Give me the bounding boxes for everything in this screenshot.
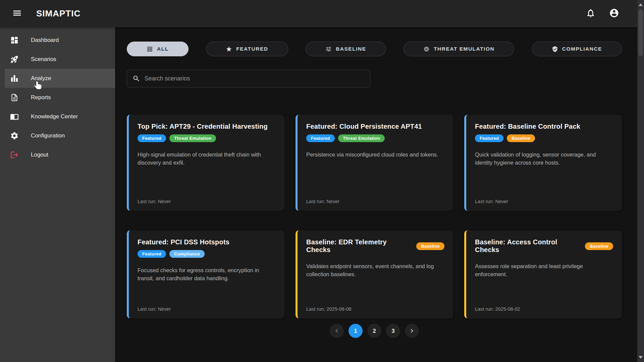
scrollbar-thumb[interactable] — [638, 9, 643, 56]
scenario-card[interactable]: Featured: Baseline Control PackFeaturedB… — [464, 115, 622, 211]
sidebar-item-reports[interactable]: Reports — [0, 88, 115, 107]
badge-row: FeaturedBaseline — [475, 134, 613, 142]
sidebar-item-knowledge-center[interactable]: Knowledge Center — [0, 107, 115, 126]
open-book-icon — [10, 112, 19, 121]
badge-threat-emulation: Threat Emulation — [169, 134, 216, 142]
app-title: SIMAPTIC — [36, 8, 80, 19]
card-title: Top Pick: APT29 - Credential Harvesting — [138, 123, 276, 130]
target-icon — [423, 46, 430, 52]
card-title: Baseline: Access Control Checks — [475, 238, 581, 254]
scenario-card[interactable]: Top Pick: APT29 - Credential HarvestingF… — [127, 115, 284, 211]
sidebar-item-label: Analyze — [31, 75, 51, 82]
card-last-run: Last run: Never — [138, 306, 171, 312]
dashboard-icon — [10, 36, 19, 45]
sidebar-item-configuration[interactable]: Configuration — [0, 126, 115, 145]
chevron-left-icon — [333, 327, 340, 335]
bell-icon — [586, 8, 596, 19]
filter-chip-label: FEATURED — [236, 46, 268, 52]
scrollbar[interactable] — [637, 0, 644, 362]
card-last-run: Last run: 2025-08-02 — [475, 306, 520, 312]
card-title-row: Baseline: EDR Telemetry ChecksBaseline — [306, 238, 444, 254]
badge-row: FeaturedThreat Emulation — [306, 134, 444, 142]
pagination-prev-button[interactable] — [330, 324, 344, 338]
sidebar-item-dashboard[interactable]: Dashboard — [0, 31, 115, 50]
scenario-card[interactable]: Featured: Cloud Persistence APT41Feature… — [296, 115, 453, 211]
sidebar-nav: DashboardScenariosAnalyzeReportsKnowledg… — [0, 27, 115, 362]
filter-chip-label: COMPLIANCE — [562, 46, 602, 52]
hamburger-menu-button[interactable] — [9, 6, 25, 21]
pagination: 123 — [127, 324, 622, 338]
sidebar-item-label: Logout — [31, 152, 48, 158]
notifications-button[interactable] — [585, 8, 596, 19]
card-description: Persistence via misconfigured cloud role… — [306, 151, 444, 159]
document-icon — [10, 93, 19, 102]
bar-chart-icon — [10, 74, 19, 83]
card-description: Validates endpoint sensors, event channe… — [306, 262, 444, 279]
account-circle-icon — [609, 8, 619, 19]
search-bar[interactable] — [127, 70, 370, 87]
badge-row: FeaturedThreat Emulation — [138, 134, 276, 142]
pagination-next-button[interactable] — [405, 324, 419, 338]
rocket-icon — [10, 55, 19, 64]
card-last-run: Last run: Never — [475, 199, 508, 204]
filter-chip-baseline[interactable]: BASELINE — [306, 42, 386, 56]
filter-chip-row: ALLFEATUREDBASELINETHREAT EMULATIONCOMPL… — [127, 42, 622, 56]
badge-featured: Featured — [306, 134, 335, 142]
card-title-row: Baseline: Access Control ChecksBaseline — [475, 238, 613, 254]
sidebar-item-label: Dashboard — [31, 37, 59, 44]
badge-featured: Featured — [138, 250, 166, 258]
filter-chip-compliance[interactable]: COMPLIANCE — [532, 42, 622, 56]
chevron-right-icon — [408, 327, 416, 335]
sidebar-item-label: Scenarios — [31, 56, 56, 63]
scenario-card[interactable]: Baseline: EDR Telemetry ChecksBaselineVa… — [296, 230, 453, 318]
filter-chip-label: THREAT EMULATION — [434, 46, 494, 52]
badge-baseline: Baseline — [585, 242, 613, 250]
badge-baseline: Baseline — [507, 134, 535, 142]
search-icon — [132, 75, 140, 82]
sidebar-item-label: Knowledge Center — [31, 113, 78, 120]
badge-compliance: Compliance — [169, 250, 205, 258]
card-title: Featured: PCI DSS Hotspots — [138, 238, 276, 246]
scroll-up-arrow[interactable] — [637, 1, 644, 8]
filter-chip-label: BASELINE — [336, 46, 366, 52]
scenario-card[interactable]: Baseline: Access Control ChecksBaselineA… — [464, 230, 622, 318]
card-last-run: Last run: Never — [306, 199, 339, 204]
filter-chip-all[interactable]: ALL — [127, 42, 189, 56]
badge-baseline: Baseline — [416, 242, 444, 250]
sidebar-item-logout[interactable]: Logout — [0, 145, 115, 164]
sidebar-item-label: Configuration — [31, 132, 65, 139]
main-content: ALLFEATUREDBASELINETHREAT EMULATIONCOMPL… — [115, 27, 637, 362]
sidebar-item-label: Reports — [31, 94, 51, 101]
scenario-card[interactable]: Featured: PCI DSS HotspotsFeaturedCompli… — [127, 230, 284, 318]
grid-icon — [147, 46, 153, 52]
scenario-card-grid: Top Pick: APT29 - Credential HarvestingF… — [127, 115, 622, 318]
pagination-page-1[interactable]: 1 — [348, 324, 363, 338]
sidebar-item-analyze[interactable]: Analyze — [5, 69, 115, 88]
app-bar: SIMAPTIC — [0, 0, 637, 27]
account-button[interactable] — [608, 8, 620, 19]
badge-featured: Featured — [475, 134, 503, 142]
tune-icon — [325, 46, 332, 52]
badge-threat-emulation: Threat Emulation — [338, 134, 385, 142]
card-last-run: Last run: 2025-08-08 — [306, 306, 352, 312]
card-title: Featured: Baseline Control Pack — [475, 123, 613, 130]
card-description: Focused checks for egress controls, encr… — [138, 266, 276, 283]
card-last-run: Last run: Never — [138, 199, 171, 204]
star-icon — [226, 46, 232, 52]
topbar-actions — [585, 8, 637, 19]
filter-chip-threat-emulation[interactable]: THREAT EMULATION — [404, 42, 514, 56]
pagination-page-3[interactable]: 3 — [386, 324, 400, 338]
gear-icon — [10, 131, 19, 140]
filter-chip-featured[interactable]: FEATURED — [206, 42, 288, 56]
card-description: Quick validation of logging, sensor cove… — [475, 151, 613, 167]
logout-icon — [10, 150, 19, 159]
scroll-down-arrow[interactable] — [637, 354, 644, 361]
search-input[interactable] — [145, 75, 365, 82]
shield-check-icon — [552, 46, 558, 52]
card-description: Assesses role separation and least privi… — [475, 262, 613, 279]
badge-featured: Featured — [138, 134, 166, 142]
card-title: Featured: Cloud Persistence APT41 — [306, 123, 444, 130]
sidebar-item-scenarios[interactable]: Scenarios — [0, 50, 115, 69]
pagination-page-2[interactable]: 2 — [367, 324, 381, 338]
card-title: Baseline: EDR Telemetry Checks — [306, 238, 412, 254]
